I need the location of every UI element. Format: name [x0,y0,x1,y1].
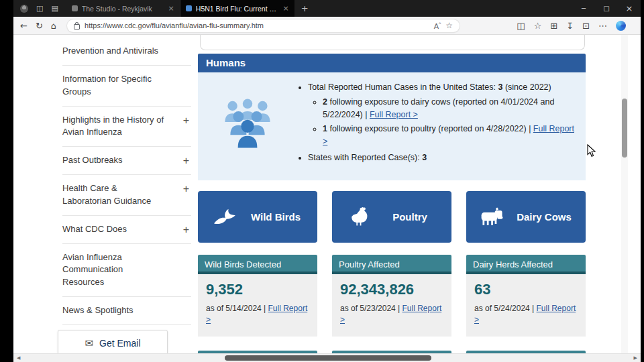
horizontal-scrollbar-thumb[interactable] [225,355,431,361]
minimize-button[interactable]: ─ [572,0,595,17]
scroll-right-icon[interactable]: ▶ [634,354,637,362]
stat-card-body: 92,343,826 as of 5/23/2024 | Full Report… [332,274,451,337]
sidebar-item-what-cdc-does[interactable]: What CDC Does + [62,216,191,244]
dairy-herds-stat-card: Dairy Herds Affected 63 as of 5/24/2024 … [466,255,586,337]
card-label: Dairy Cows [508,210,586,224]
human-cases-text: Total Reported Human Cases in the United… [297,78,576,168]
sidebar-item-news-spotlights[interactable]: News & Spotlights [62,297,191,325]
stat-asof: as of 5/14/2024 | Full Report > [206,303,309,326]
horizontal-scrollbar[interactable]: ◀ ▶ [13,353,641,362]
plus-icon[interactable]: + [183,153,189,168]
bullet-total-human-cases: Total Reported Human Cases in the United… [308,81,576,148]
people-group-icon [221,91,274,153]
lock-icon[interactable] [74,24,80,29]
bullet-poultry-exposure: 1 following exposure to poultry (reporte… [323,123,576,148]
poultry-card[interactable]: Poultry [332,191,451,243]
home-icon[interactable]: ⌂ [51,21,56,31]
stat-card-header: Wild Birds Detected [198,255,317,274]
bird-icon [209,207,239,227]
sidebar-item-past-outbreaks[interactable]: Past Outbreaks + [62,147,191,175]
browser-window: ◫ ▤ The Studio - Reykjavik × H5N1 Bird F… [13,0,641,362]
mail-icon: ✉ [85,337,93,349]
card-label: Wild Birds [239,210,317,224]
stat-card-header: Poultry Affected [332,255,451,274]
copilot-icon[interactable] [616,21,626,31]
tab-h5n1-bird-flu[interactable]: H5N1 Bird Flu: Current Situation × [180,0,294,17]
maximize-button[interactable]: □ [595,0,618,17]
new-tab-button[interactable]: + [301,3,309,13]
browser-titlebar: ◫ ▤ The Studio - Reykjavik × H5N1 Bird F… [13,0,641,17]
get-email-label: Get Email [99,338,140,349]
card-label: Poultry [374,210,451,224]
tab-favicon [72,5,78,11]
split-screen-icon[interactable]: ◫ [517,21,525,31]
profile-avatar-icon[interactable] [20,5,28,13]
toolbar-right-icons: ◫ ☆ ⊞ ↧ ⊡ ⋯ [517,21,634,31]
human-cases-info-box: Total Reported Human Cases in the United… [198,72,586,180]
poultry-icon [343,206,374,228]
window-controls: ─ □ × [572,0,641,17]
tab-actions-icon[interactable]: ▤ [51,0,58,17]
sidebar-item-information-groups[interactable]: Information for Specific Groups [62,66,191,107]
favorites-icon[interactable]: ☆ [534,21,542,31]
read-aloud-icon[interactable]: A^ [434,21,441,30]
page-content: Prevention and Antivirals Information fo… [13,35,641,362]
wild-birds-card[interactable]: Wild Birds [198,191,317,243]
workspaces-icon[interactable]: ◫ [36,0,43,17]
stat-value: 92,343,826 [340,281,443,298]
tab-close-icon[interactable]: × [168,4,174,13]
vertical-scrollbar[interactable] [621,35,628,354]
settings-more-icon[interactable]: ⋯ [598,21,607,31]
get-email-button[interactable]: ✉ Get Email [58,330,168,356]
stat-asof: as of 5/23/2024 | Full Report > [340,303,443,326]
previous-card-partial [200,35,585,50]
sidebar-nav: Prevention and Antivirals Information fo… [62,38,191,325]
favorite-star-icon[interactable]: ☆ [445,21,453,30]
vertical-scrollbar-thumb[interactable] [622,99,627,158]
stat-card-body: 63 as of 5/24/2024 | Full Report > [466,274,586,337]
wild-birds-stat-card: Wild Birds Detected 9,352 as of 5/14/202… [198,255,317,337]
stat-value: 63 [474,281,578,298]
tab-title: H5N1 Bird Flu: Current Situation [196,5,279,13]
bullet-states-reported: States with Reported Case(s): 3 [308,152,576,164]
plus-icon[interactable]: + [183,113,189,128]
back-icon[interactable]: ← [20,21,28,31]
tab-close-icon[interactable]: × [283,4,289,13]
full-report-link[interactable]: Full Report > [370,110,418,119]
stat-card-body: 9,352 as of 5/14/2024 | Full Report > [198,274,317,337]
downloads-icon[interactable]: ↧ [566,21,574,31]
refresh-icon[interactable]: ↻ [36,21,43,31]
collections-icon[interactable]: ⊞ [550,21,557,31]
mouse-cursor [587,144,596,158]
bullet-dairy-cow-exposure: 2 following exposure to dairy cows (repo… [323,96,576,121]
stat-value: 9,352 [206,281,309,298]
tab-favicon [186,5,192,11]
close-button[interactable]: × [618,0,641,17]
tab-the-studio[interactable]: The Studio - Reykjavik × [66,0,180,17]
url-text[interactable]: https://www.cdc.gov/flu/avianflu/avian-f… [85,21,429,29]
browser-toolbar: ← ↻ ⌂ https://www.cdc.gov/flu/avianflu/a… [13,17,641,35]
address-bar[interactable]: https://www.cdc.gov/flu/avianflu/avian-f… [67,19,460,32]
stat-asof: as of 5/24/2024 | Full Report > [474,303,578,326]
sidebar-item-prevention[interactable]: Prevention and Antivirals [62,38,191,66]
sidebar-item-highlights-history[interactable]: Highlights in the History of Avian Influ… [62,107,191,147]
extensions-icon[interactable]: ⊡ [582,21,590,31]
cow-icon [477,207,508,227]
screen: ◫ ▤ The Studio - Reykjavik × H5N1 Bird F… [0,0,644,362]
poultry-stat-card: Poultry Affected 92,343,826 as of 5/23/2… [332,255,451,337]
stat-card-header: Dairy Herds Affected [466,255,586,274]
humans-section-header: Humans [198,54,586,72]
titlebar-left-icons: ◫ ▤ [13,0,66,17]
plus-icon[interactable]: + [183,181,189,196]
tab-title: The Studio - Reykjavik [82,5,164,13]
dairy-cows-card[interactable]: Dairy Cows [466,191,586,243]
plus-icon[interactable]: + [183,222,189,237]
scroll-left-icon[interactable]: ◀ [17,354,20,362]
sidebar-item-communication-resources[interactable]: Avian Influenza Communication Resources [62,244,191,298]
sidebar-item-health-care[interactable]: Health Care & Laboratorian Guidance + [62,175,191,216]
